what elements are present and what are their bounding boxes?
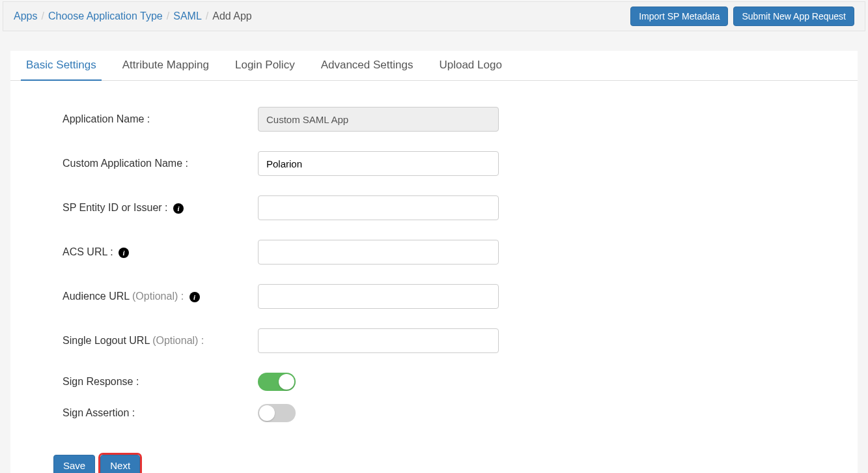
footer-buttons: Save Next [10,455,858,473]
info-icon[interactable]: i [189,292,200,302]
input-acs-url[interactable] [258,240,499,265]
tab-basic-settings[interactable]: Basic Settings [21,51,102,81]
row-sign-assertion: Sign Assertion : [63,404,819,422]
toggle-sign-response[interactable] [258,373,296,391]
form-area: Application Name : Custom Application Na… [10,81,858,442]
label-acs-url: ACS URL : i [63,246,258,258]
input-audience-url[interactable] [258,284,499,309]
submit-new-app-request-button[interactable]: Submit New App Request [733,7,854,26]
label-sign-response: Sign Response : [63,376,258,388]
tab-advanced-settings[interactable]: Advanced Settings [316,51,419,81]
row-audience-url: Audience URL (Optional) : i [63,284,819,309]
row-slo-url: Single Logout URL (Optional) : [63,328,819,353]
save-button[interactable]: Save [53,455,95,473]
label-acs-url-text: ACS URL : [63,246,113,257]
toggle-sign-assertion[interactable] [258,404,296,422]
row-acs-url: ACS URL : i [63,240,819,265]
breadcrumb-add-app: Add App [212,10,252,22]
input-sp-entity[interactable] [258,195,499,220]
label-audience-url-text: Audience URL [63,291,130,302]
label-application-name: Application Name : [63,113,258,125]
info-icon[interactable]: i [119,248,129,258]
tab-upload-logo[interactable]: Upload Logo [434,51,507,81]
main-panel: Basic Settings Attribute Mapping Login P… [10,51,858,473]
toggle-knob [259,405,275,421]
row-sign-response: Sign Response : [63,373,819,391]
tab-attribute-mapping[interactable]: Attribute Mapping [117,51,214,81]
import-sp-metadata-button[interactable]: Import SP Metadata [630,7,728,26]
input-slo-url[interactable] [258,328,499,353]
top-bar: Apps / Choose Application Type / SAML / … [3,1,865,31]
label-slo-url-text: Single Logout URL [63,335,150,346]
breadcrumb: Apps / Choose Application Type / SAML / … [14,10,252,22]
row-custom-app-name: Custom Application Name : [63,151,819,176]
label-sign-assertion: Sign Assertion : [63,407,258,419]
toggle-knob [279,374,294,390]
breadcrumb-apps[interactable]: Apps [14,10,37,22]
breadcrumb-sep: / [167,10,169,22]
row-application-name: Application Name : [63,107,819,132]
next-button[interactable]: Next [100,455,140,473]
input-application-name [258,107,499,132]
breadcrumb-saml[interactable]: SAML [173,10,202,22]
tab-login-policy[interactable]: Login Policy [230,51,300,81]
label-custom-app-name: Custom Application Name : [63,158,258,169]
label-sp-entity: SP Entity ID or Issuer : i [63,202,258,214]
label-audience-url: Audience URL (Optional) : i [63,291,258,302]
row-sp-entity: SP Entity ID or Issuer : i [63,195,819,220]
label-slo-url: Single Logout URL (Optional) : [63,335,258,347]
breadcrumb-sep: / [206,10,208,22]
label-slo-url-optional: (Optional) : [150,335,204,346]
label-sp-entity-text: SP Entity ID or Issuer : [63,202,168,213]
breadcrumb-choose-app-type[interactable]: Choose Application Type [48,10,163,22]
top-buttons: Import SP Metadata Submit New App Reques… [630,7,854,26]
info-icon[interactable]: i [173,203,184,214]
tabs: Basic Settings Attribute Mapping Login P… [10,51,858,81]
input-custom-app-name[interactable] [258,151,499,176]
label-audience-url-optional: (Optional) : [130,291,184,302]
breadcrumb-sep: / [41,10,44,22]
